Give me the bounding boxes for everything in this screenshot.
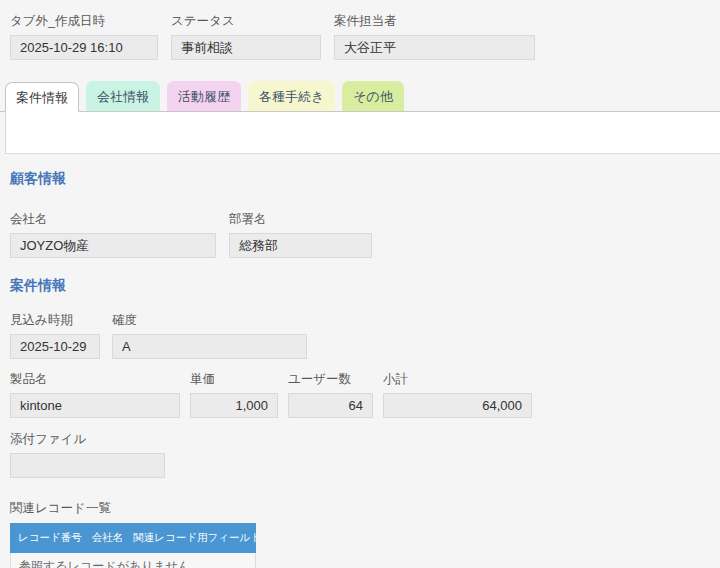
tab-company-info[interactable]: 会社情報 bbox=[86, 81, 160, 111]
related-records-empty-row: 参照するレコードがありません。 bbox=[10, 553, 256, 568]
field-user-count: ユーザー数 64 bbox=[288, 371, 373, 418]
column-related-field: 関連レコード用フィールド bbox=[133, 531, 256, 545]
attachment-value bbox=[10, 453, 165, 478]
attachment-row: 添付ファイル bbox=[10, 431, 720, 478]
field-assignee: 案件担当者 大谷正平 bbox=[334, 13, 535, 60]
expected-date-label: 見込み時期 bbox=[10, 312, 100, 329]
tab-content-area bbox=[5, 112, 720, 154]
section-heading-customer: 顧客情報 bbox=[10, 170, 720, 188]
field-probability: 確度 A bbox=[112, 312, 307, 359]
probability-label: 確度 bbox=[112, 312, 307, 329]
company-name-value: JOYZO物産 bbox=[10, 233, 216, 258]
tab-others[interactable]: その他 bbox=[342, 81, 404, 111]
customer-fields-row: 会社名 JOYZO物産 部署名 総務部 bbox=[10, 211, 720, 258]
created-datetime-value: 2025-10-29 16:10 bbox=[10, 35, 158, 60]
department-value: 総務部 bbox=[229, 233, 372, 258]
status-value: 事前相談 bbox=[171, 35, 321, 60]
related-records-table: レコード番号 会社名 関連レコード用フィールド 参照するレコードがありません。 bbox=[10, 523, 256, 568]
forecast-fields-row: 見込み時期 2025-10-29 確度 A bbox=[10, 312, 720, 359]
user-count-label: ユーザー数 bbox=[288, 371, 373, 388]
related-records-header: レコード番号 会社名 関連レコード用フィールド bbox=[10, 523, 256, 553]
tab-activity-history[interactable]: 活動履歴 bbox=[167, 81, 241, 111]
top-fields-row: タブ外_作成日時 2025-10-29 16:10 ステータス 事前相談 案件担… bbox=[0, 0, 720, 60]
record-form: 顧客情報 会社名 JOYZO物産 部署名 総務部 案件情報 見込み時期 2025… bbox=[0, 170, 720, 568]
department-label: 部署名 bbox=[229, 211, 372, 228]
field-department: 部署名 総務部 bbox=[229, 211, 372, 258]
attachment-label: 添付ファイル bbox=[10, 431, 165, 448]
field-attachment: 添付ファイル bbox=[10, 431, 165, 478]
field-expected-date: 見込み時期 2025-10-29 bbox=[10, 312, 100, 359]
column-record-number: レコード番号 bbox=[18, 531, 82, 545]
created-datetime-label: タブ外_作成日時 bbox=[10, 13, 158, 30]
status-label: ステータス bbox=[171, 13, 321, 30]
unit-price-label: 単価 bbox=[190, 371, 278, 388]
product-fields-row: 製品名 kintone 単価 1,000 ユーザー数 64 小計 64,000 bbox=[10, 371, 720, 418]
tab-case-info[interactable]: 案件情報 bbox=[5, 82, 79, 112]
field-product-name: 製品名 kintone bbox=[10, 371, 180, 418]
subtotal-value: 64,000 bbox=[383, 393, 532, 418]
tab-procedures[interactable]: 各種手続き bbox=[248, 81, 335, 111]
field-status: ステータス 事前相談 bbox=[171, 13, 321, 60]
assignee-label: 案件担当者 bbox=[334, 13, 535, 30]
field-subtotal: 小計 64,000 bbox=[383, 371, 532, 418]
assignee-value: 大谷正平 bbox=[334, 35, 535, 60]
unit-price-value: 1,000 bbox=[190, 393, 278, 418]
section-heading-case: 案件情報 bbox=[10, 277, 720, 295]
product-name-label: 製品名 bbox=[10, 371, 180, 388]
column-company-name: 会社名 bbox=[92, 531, 124, 545]
field-created-datetime: タブ外_作成日時 2025-10-29 16:10 bbox=[10, 13, 158, 60]
related-records-label: 関連レコード一覧 bbox=[10, 500, 720, 517]
field-unit-price: 単価 1,000 bbox=[190, 371, 278, 418]
user-count-value: 64 bbox=[288, 393, 373, 418]
field-company-name: 会社名 JOYZO物産 bbox=[10, 211, 216, 258]
tab-strip: 案件情報 会社情報 活動履歴 各種手続き その他 bbox=[0, 81, 720, 112]
subtotal-label: 小計 bbox=[383, 371, 532, 388]
expected-date-value: 2025-10-29 bbox=[10, 334, 100, 359]
product-name-value: kintone bbox=[10, 393, 180, 418]
probability-value: A bbox=[112, 334, 307, 359]
company-name-label: 会社名 bbox=[10, 211, 216, 228]
